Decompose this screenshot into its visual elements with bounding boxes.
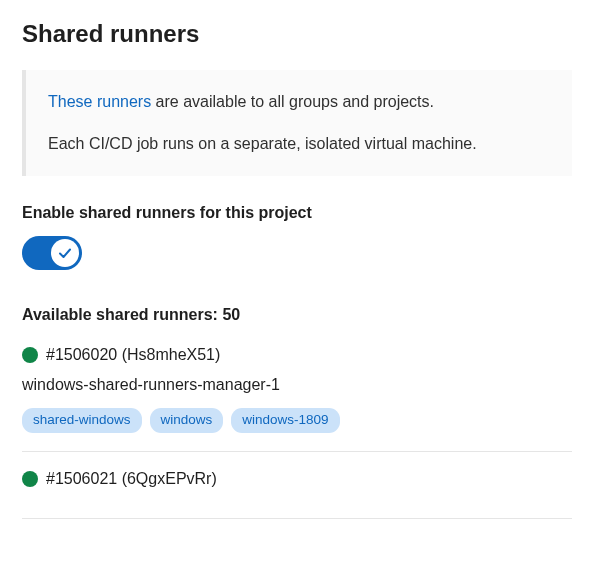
enable-shared-runners-label: Enable shared runners for this project: [22, 204, 572, 222]
status-online-icon: [22, 471, 38, 487]
enable-shared-runners-toggle[interactable]: [22, 236, 82, 270]
these-runners-link[interactable]: These runners: [48, 93, 151, 110]
runner-item: #1506020 (Hs8mheX51) windows-shared-runn…: [22, 346, 572, 452]
runner-item: #1506021 (6QgxEPvRr): [22, 470, 572, 519]
info-line-1: These runners are available to all group…: [48, 90, 550, 114]
runner-tag[interactable]: windows-1809: [231, 408, 339, 433]
available-runners-header: Available shared runners: 50: [22, 306, 572, 324]
info-line-2: Each CI/CD job runs on a separate, isola…: [48, 132, 550, 156]
runner-id-line: #1506020 (Hs8mheX51): [22, 346, 572, 364]
toggle-knob: [51, 239, 79, 267]
available-prefix: Available shared runners:: [22, 306, 222, 323]
info-line-1-tail: are available to all groups and projects…: [151, 93, 434, 110]
available-count: 50: [222, 306, 240, 323]
check-icon: [57, 245, 73, 261]
status-online-icon: [22, 347, 38, 363]
runner-id[interactable]: #1506021 (6QgxEPvRr): [46, 470, 217, 488]
runner-id-line: #1506021 (6QgxEPvRr): [22, 470, 572, 488]
info-box: These runners are available to all group…: [22, 70, 572, 176]
runner-id[interactable]: #1506020 (Hs8mheX51): [46, 346, 220, 364]
runner-tag[interactable]: shared-windows: [22, 408, 142, 433]
runner-tags: shared-windows windows windows-1809: [22, 408, 572, 433]
runner-tag[interactable]: windows: [150, 408, 224, 433]
runner-description: windows-shared-runners-manager-1: [22, 376, 572, 394]
section-title: Shared runners: [22, 20, 572, 48]
